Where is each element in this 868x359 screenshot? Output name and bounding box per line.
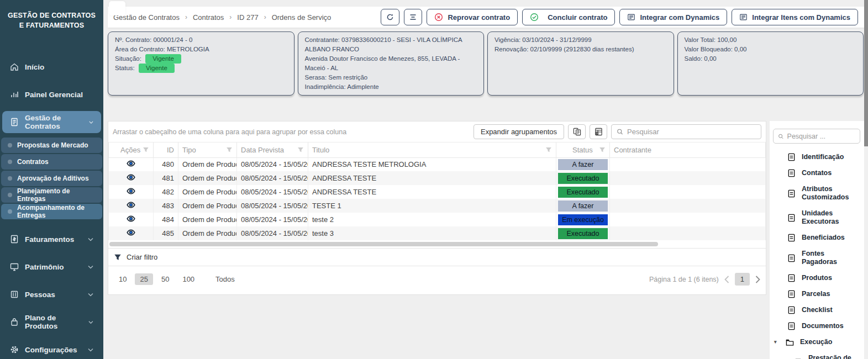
sections-search-input[interactable] [787, 133, 855, 140]
filter-icon[interactable] [143, 146, 149, 153]
sidebar-item-propostas-de-mercado[interactable]: Propostas de Mercado [1, 138, 102, 153]
scrollbar-thumb[interactable] [864, 0, 868, 146]
caret-down-icon[interactable]: ▾ [774, 338, 780, 346]
view-eye-icon[interactable] [127, 173, 135, 181]
cell-id: 485 [154, 226, 178, 240]
col-header-status[interactable]: Status [556, 142, 610, 157]
page-size-10[interactable]: 10 [114, 273, 131, 285]
refresh-button[interactable] [381, 9, 399, 25]
grid-search-input[interactable] [627, 128, 756, 136]
section-fontes-pagadoras[interactable]: Fontes Pagadoras [773, 246, 860, 270]
card-valores: Valor Total: 100,00 Valor Bloqueado: 0,0… [677, 31, 864, 96]
integration-icon [627, 13, 635, 21]
situacao-badge: Vigente [145, 54, 181, 64]
chevron-down-icon [88, 265, 93, 269]
col-header-tipo[interactable]: Tipo [178, 142, 237, 157]
filter-icon[interactable] [297, 146, 304, 153]
sidebar-item-planejamento-de-entregas[interactable]: Planejamento de Entregas [1, 187, 102, 203]
prev-page-button[interactable] [724, 276, 729, 283]
page-size-25[interactable]: 25 [135, 273, 152, 285]
breadcrumb-item[interactable]: ID 277 [237, 13, 258, 22]
page-size-100[interactable]: 100 [177, 273, 199, 285]
section-execucao[interactable]: ▾ Execução [773, 334, 860, 350]
horizontal-scrollbar[interactable] [109, 242, 762, 246]
sidebar-item-faturamentos[interactable]: Faturamentos [0, 228, 103, 250]
integrar-itens-dynamics-button[interactable]: Integrar Itens com Dynamics [732, 9, 858, 25]
section-atributos-customizados[interactable]: Atributos Customizados [773, 181, 860, 205]
sidebar-item-painel-gerencial[interactable]: Painel Gerencial [0, 83, 103, 105]
expand-groups-button[interactable]: Expandir agrupamentos [474, 124, 564, 139]
section-unidades-executoras[interactable]: Unidades Executoras [773, 205, 860, 230]
page-size-50[interactable]: 50 [156, 273, 174, 285]
col-header-contratante[interactable]: Contratante [610, 142, 766, 157]
breadcrumb-item[interactable]: Ordens de Serviço [272, 13, 332, 22]
view-eye-icon[interactable] [127, 187, 135, 195]
filter-icon[interactable] [545, 146, 552, 153]
section-contatos[interactable]: Contatos [773, 165, 860, 181]
bag-icon [10, 318, 19, 326]
cell-tipo: Ordem de Produção [178, 213, 237, 226]
sidebar-item-inicio[interactable]: Início [0, 56, 103, 78]
next-page-button[interactable] [755, 276, 760, 283]
concluir-contrato-button[interactable]: Concluir contrato [522, 9, 615, 25]
section-parcelas[interactable]: Parcelas [773, 286, 860, 302]
table-row[interactable]: 480 Ordem de Produção 08/05/2024 - 15/05… [109, 157, 766, 171]
page-size-todos[interactable]: Todos [211, 273, 240, 285]
sidebar-nav: Início Painel Gerencial Gestão de Contra… [0, 56, 103, 359]
filter-icon[interactable] [599, 146, 606, 153]
contract-info-cards: Nº. Contrato: 000001/24 - 0 Área do Cont… [108, 28, 865, 96]
cell-contratante [610, 226, 766, 240]
bullet-icon [8, 143, 12, 147]
document-icon [787, 189, 796, 198]
sidebar-item-label: Plano de Produtos [25, 314, 82, 330]
sidebar-group-gestao-de-contratos[interactable]: Gestão de Contratos [2, 111, 101, 133]
sidebar-item-plano-de-produtos[interactable]: Plano de Produtos [0, 311, 103, 333]
table-row[interactable]: 482 Ordem de Produção 08/05/2024 - 15/05… [109, 185, 766, 199]
export-icon [595, 128, 603, 136]
table-row[interactable]: 481 Ordem de Produção 08/05/2024 - 15/05… [109, 171, 766, 185]
filter-icon[interactable] [226, 146, 233, 153]
view-eye-icon[interactable] [127, 201, 135, 209]
status-badge: Vigente [139, 64, 175, 73]
column-chooser-button[interactable] [568, 124, 586, 139]
section-checklist[interactable]: Checklist [773, 302, 860, 318]
sidebar-item-pessoas[interactable]: Pessoas [0, 283, 103, 305]
integrar-dynamics-button[interactable]: Integrar com Dynamics [619, 9, 727, 25]
page-vertical-scrollbar[interactable] [864, 0, 868, 359]
chevron-down-icon [88, 293, 93, 297]
sidebar-item-configuracoes[interactable]: Configurações [0, 339, 103, 359]
table-row[interactable]: 483 Ordem de Produção 08/05/2024 - 15/05… [109, 199, 766, 213]
table-row[interactable]: 484 Ordem de Produção 08/05/2024 - 15/05… [109, 213, 766, 226]
scrollbar-thumb[interactable] [109, 242, 658, 246]
sidebar-item-aprovacao-de-aditivos[interactable]: Aprovação de Aditivos [1, 171, 102, 186]
view-eye-icon[interactable] [127, 160, 135, 167]
cell-data: 08/05/2024 - 15/05/2024 [237, 213, 308, 226]
section-identificacao[interactable]: Identificação [773, 149, 860, 165]
sidebar-item-patrimonio[interactable]: Patrimônio [0, 256, 103, 278]
menu-button[interactable] [404, 9, 422, 25]
section-prestacao-de-contas[interactable]: Prestação de Contas [773, 350, 860, 359]
section-produtos[interactable]: Produtos [773, 270, 860, 286]
export-xlsx-button[interactable] [590, 124, 607, 139]
col-header-acoes[interactable]: Ações [109, 142, 154, 157]
table-row[interactable]: 485 Ordem de Produção 08/05/2024 - 15/05… [109, 226, 766, 240]
view-eye-icon[interactable] [127, 229, 135, 236]
saldo: Saldo: 0,00 [685, 54, 857, 64]
section-beneficiados[interactable]: Beneficiados [773, 230, 860, 246]
grid-search [611, 124, 761, 139]
pager-info: Página 1 de 1 (6 itens) [649, 276, 719, 283]
sidebar-item-contratos[interactable]: Contratos [1, 154, 102, 170]
reprovar-contrato-button[interactable]: Reprovar contrato [427, 9, 518, 25]
current-page-button[interactable]: 1 [735, 273, 750, 286]
contrato-situacao: Situação: Vigente [115, 54, 287, 64]
col-header-titulo[interactable]: Titulo [308, 142, 556, 157]
col-header-id[interactable]: ID [154, 142, 178, 157]
breadcrumb-item[interactable]: Contratos [193, 13, 224, 22]
view-eye-icon[interactable] [127, 215, 135, 223]
sidebar-item-acompanhamento-de-entregas[interactable]: Acompanhamento de Entregas [1, 204, 102, 219]
cell-tipo: Ordem de Produção [178, 199, 237, 213]
col-header-data-prevista[interactable]: Data Prevista [237, 142, 308, 157]
section-documentos[interactable]: Documentos [773, 318, 860, 334]
header-app-icon [109, 1, 125, 15]
create-filter-bar[interactable]: Criar filtro [108, 248, 766, 266]
